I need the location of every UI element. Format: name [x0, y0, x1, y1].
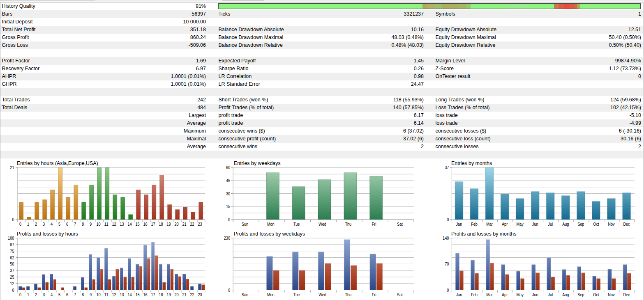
- svg-text:16: 16: [143, 292, 147, 297]
- svg-text:Sun: Sun: [242, 292, 248, 297]
- svg-text:62: 62: [10, 255, 14, 260]
- svg-text:13: 13: [120, 222, 124, 227]
- svg-text:15: 15: [135, 292, 139, 297]
- svg-text:9: 9: [90, 292, 92, 297]
- svg-text:Jul: Jul: [548, 292, 553, 297]
- svg-text:Jan: Jan: [456, 292, 462, 297]
- svg-text:1: 1: [27, 292, 29, 297]
- svg-text:22: 22: [190, 292, 194, 297]
- svg-text:5: 5: [58, 292, 60, 297]
- svg-text:14: 14: [127, 292, 132, 297]
- svg-text:Jul: Jul: [548, 222, 553, 227]
- svg-text:Entries by months: Entries by months: [451, 160, 492, 166]
- svg-text:10: 10: [96, 222, 100, 227]
- svg-text:May: May: [517, 222, 524, 227]
- svg-text:3: 3: [43, 292, 45, 297]
- svg-text:Feb: Feb: [471, 292, 478, 297]
- svg-text:4: 4: [51, 222, 53, 227]
- svg-text:19: 19: [166, 222, 171, 227]
- svg-text:Sat: Sat: [397, 292, 403, 297]
- svg-text:Jan: Jan: [456, 222, 462, 227]
- svg-text:Mon: Mon: [267, 292, 275, 297]
- svg-text:0: 0: [447, 288, 449, 293]
- svg-text:0: 0: [12, 217, 14, 222]
- svg-text:7: 7: [74, 292, 76, 297]
- svg-text:21: 21: [10, 165, 14, 170]
- svg-text:Entries by weekdays: Entries by weekdays: [234, 160, 281, 166]
- svg-text:Thu: Thu: [345, 222, 351, 227]
- svg-text:30: 30: [226, 191, 230, 196]
- svg-text:6: 6: [66, 292, 68, 297]
- svg-text:4: 4: [51, 292, 53, 297]
- svg-text:Apr: Apr: [502, 292, 508, 297]
- svg-text:17: 17: [151, 222, 155, 227]
- svg-text:Nov: Nov: [608, 222, 615, 227]
- svg-text:75: 75: [10, 249, 14, 254]
- svg-text:2: 2: [35, 292, 37, 297]
- svg-text:Profits and losses by months: Profits and losses by months: [451, 231, 516, 237]
- svg-text:Feb: Feb: [471, 222, 478, 227]
- svg-text:Sep: Sep: [577, 222, 584, 227]
- svg-text:0: 0: [19, 292, 21, 297]
- svg-text:3: 3: [43, 222, 45, 227]
- svg-text:100: 100: [8, 236, 14, 240]
- svg-text:2: 2: [35, 222, 37, 227]
- svg-text:Fri: Fri: [372, 292, 376, 297]
- svg-text:Entries by hours (Asia,Europe,: Entries by hours (Asia,Europe,USA): [17, 160, 98, 166]
- svg-text:Profits and losses by hours: Profits and losses by hours: [17, 231, 78, 237]
- svg-text:21: 21: [182, 292, 186, 297]
- svg-text:70: 70: [445, 261, 449, 266]
- svg-text:15: 15: [226, 204, 230, 209]
- svg-text:Oct: Oct: [593, 222, 599, 227]
- svg-text:5: 5: [58, 222, 60, 227]
- svg-text:May: May: [517, 292, 524, 297]
- svg-text:Mar: Mar: [486, 292, 493, 297]
- svg-text:10: 10: [96, 292, 100, 297]
- svg-text:22: 22: [190, 222, 194, 227]
- svg-text:37: 37: [10, 268, 14, 273]
- svg-text:60: 60: [226, 165, 230, 170]
- svg-text:87: 87: [10, 242, 14, 247]
- svg-text:23: 23: [198, 292, 202, 297]
- svg-text:Mon: Mon: [267, 222, 275, 227]
- svg-text:Thu: Thu: [345, 292, 351, 297]
- svg-text:Aug: Aug: [562, 222, 569, 227]
- svg-text:7: 7: [74, 222, 76, 227]
- svg-text:Tue: Tue: [293, 292, 300, 297]
- svg-text:9: 9: [90, 222, 92, 227]
- svg-text:12: 12: [112, 292, 116, 297]
- svg-text:20: 20: [174, 292, 178, 297]
- svg-text:14: 14: [127, 222, 132, 227]
- svg-text:Aug: Aug: [562, 292, 569, 297]
- svg-text:0: 0: [447, 217, 449, 222]
- svg-text:21: 21: [182, 222, 186, 227]
- svg-text:0: 0: [12, 288, 14, 293]
- svg-text:11: 11: [104, 292, 108, 297]
- svg-text:8: 8: [82, 222, 84, 227]
- svg-text:Dec: Dec: [623, 292, 630, 297]
- svg-text:45: 45: [226, 178, 230, 183]
- svg-text:50: 50: [10, 261, 14, 266]
- svg-text:1: 1: [27, 222, 29, 227]
- svg-text:25: 25: [10, 275, 14, 279]
- svg-text:12: 12: [10, 281, 14, 286]
- svg-text:Wed: Wed: [319, 222, 326, 227]
- svg-text:Wed: Wed: [319, 292, 326, 297]
- svg-text:Sat: Sat: [397, 222, 403, 227]
- svg-text:Fri: Fri: [372, 222, 376, 227]
- svg-text:0: 0: [19, 222, 21, 227]
- svg-text:17: 17: [151, 292, 155, 297]
- svg-text:Tue: Tue: [293, 222, 300, 227]
- svg-text:20: 20: [174, 222, 178, 227]
- svg-text:0: 0: [228, 217, 230, 222]
- svg-text:37: 37: [445, 165, 449, 170]
- svg-text:11: 11: [104, 222, 108, 227]
- svg-text:Mar: Mar: [486, 222, 493, 227]
- svg-text:Sep: Sep: [577, 292, 584, 297]
- svg-text:Jun: Jun: [532, 222, 538, 227]
- svg-text:Dec: Dec: [623, 222, 630, 227]
- svg-text:Sun: Sun: [242, 222, 248, 227]
- svg-text:Apr: Apr: [502, 222, 508, 227]
- svg-text:140: 140: [443, 236, 449, 240]
- svg-text:0: 0: [228, 288, 230, 293]
